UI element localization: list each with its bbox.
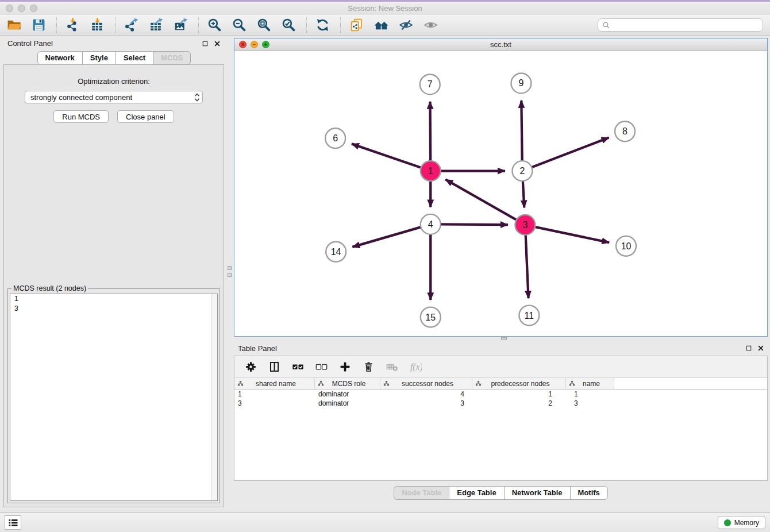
home-button[interactable]	[372, 17, 390, 34]
column-header-predecessor-nodes[interactable]: predecessor nodes	[472, 378, 566, 389]
tab-select[interactable]: Select	[116, 51, 153, 65]
tab-network-table[interactable]: Network Table	[505, 486, 571, 500]
control-panel-header: Control Panel	[0, 36, 228, 51]
table-row[interactable]: 1dominator411	[234, 390, 767, 399]
tab-edge-table[interactable]: Edge Table	[449, 486, 504, 500]
column-header-mcds-role[interactable]: MCDS role	[315, 378, 380, 389]
maximize-network-button[interactable]: +	[262, 41, 270, 48]
zoom-fit-button[interactable]	[255, 17, 273, 34]
run-mcds-button[interactable]: Run MCDS	[53, 110, 109, 123]
tab-style[interactable]: Style	[83, 51, 116, 65]
close-window-button[interactable]	[6, 5, 13, 12]
column-header-successor-nodes[interactable]: successor nodes	[380, 378, 472, 389]
node-8[interactable]: 8	[615, 121, 635, 141]
cell: 3	[566, 399, 614, 407]
selected-criterion: strongly connected component	[30, 93, 132, 102]
edge-1-6[interactable]	[352, 144, 430, 171]
open-session-button[interactable]	[5, 17, 23, 34]
import-network-button[interactable]	[63, 17, 82, 34]
close-network-button[interactable]: ×	[239, 41, 247, 48]
search-icon	[602, 21, 610, 29]
node-9[interactable]: 9	[511, 73, 531, 93]
export-image-button[interactable]	[171, 17, 190, 34]
close-table-panel-icon[interactable]	[757, 345, 764, 352]
optimization-criterion-select[interactable]: strongly connected component	[25, 91, 203, 103]
control-panel: Control Panel NetworkStyleSelectMCDS Opt…	[0, 36, 228, 512]
hide-details-button[interactable]	[396, 17, 415, 34]
table-panel-title: Table Panel	[238, 344, 277, 353]
float-panel-icon[interactable]	[202, 40, 209, 47]
zoom-out-button[interactable]	[230, 17, 248, 34]
close-panel-button[interactable]: Close panel	[117, 110, 174, 123]
export-table-button[interactable]	[147, 17, 165, 34]
create-column-button[interactable]	[338, 360, 352, 374]
tab-node-table[interactable]: Node Table	[394, 486, 449, 500]
split-grip-icon[interactable]	[228, 266, 232, 270]
column-header-name[interactable]: name	[566, 378, 614, 389]
minimize-window-button[interactable]	[18, 5, 25, 12]
tab-motifs[interactable]: Motifs	[571, 486, 608, 500]
node-2[interactable]: 2	[512, 161, 532, 181]
node-1[interactable]: 1	[421, 161, 441, 181]
edge-3-1[interactable]	[445, 179, 525, 225]
equation-builder-button[interactable]: f(x)	[409, 360, 422, 374]
delete-table-button[interactable]	[385, 360, 399, 374]
edge-3-10[interactable]	[525, 225, 609, 242]
minimize-network-button[interactable]: −	[251, 41, 258, 48]
show-details-button[interactable]	[421, 17, 440, 34]
table-row[interactable]: 3dominator323	[234, 399, 767, 408]
list-icon	[7, 517, 19, 529]
zoom-in-icon	[207, 18, 222, 32]
task-history-button[interactable]	[5, 515, 21, 530]
node-4[interactable]: 4	[421, 214, 441, 234]
split-grip-icon[interactable]	[228, 273, 232, 277]
column-header-shared-name[interactable]: shared name	[234, 378, 315, 389]
node-7[interactable]: 7	[420, 74, 440, 94]
attribute-icon	[475, 380, 482, 387]
memory-label: Memory	[734, 519, 759, 527]
float-table-panel-icon[interactable]	[745, 345, 752, 352]
node-3[interactable]: 3	[515, 215, 535, 235]
search-input[interactable]	[613, 21, 759, 29]
mcds-result-text[interactable]: 13	[10, 294, 218, 501]
network-canvas[interactable]: 7968124314101511	[234, 51, 767, 336]
unselect-all-columns-button[interactable]	[314, 360, 328, 374]
table-tabs: Node TableEdge TableNetwork TableMotifs	[234, 486, 768, 500]
node-11[interactable]: 11	[519, 306, 539, 326]
edge-2-8[interactable]	[522, 138, 609, 171]
table-settings-button[interactable]	[244, 360, 257, 374]
delete-columns-button[interactable]	[361, 360, 375, 374]
zoom-in-button[interactable]	[205, 17, 224, 34]
node-10[interactable]: 10	[616, 236, 636, 256]
zoom-selected-button[interactable]	[279, 17, 298, 34]
select-all-columns-button[interactable]	[291, 360, 305, 374]
memory-button[interactable]: Memory	[718, 516, 765, 529]
close-panel-icon[interactable]	[214, 40, 221, 47]
show-columns-button[interactable]	[267, 360, 281, 374]
attribute-icon	[383, 380, 390, 387]
node-label: 14	[331, 247, 341, 257]
export-network-button[interactable]	[122, 17, 140, 34]
node-15[interactable]: 15	[421, 307, 441, 327]
table-settings-icon	[245, 361, 257, 373]
tab-network[interactable]: Network	[37, 51, 83, 65]
edge-3-11[interactable]	[525, 225, 529, 298]
refresh-layout-button[interactable]	[313, 17, 332, 34]
import-table-button[interactable]	[88, 17, 106, 34]
node-14[interactable]: 14	[326, 242, 346, 262]
home-icon	[374, 18, 388, 32]
edge-4-14[interactable]	[352, 224, 430, 247]
attribute-icon	[569, 380, 575, 387]
node-6[interactable]: 6	[325, 128, 345, 148]
clone-network-button[interactable]	[347, 17, 365, 34]
tab-mcds[interactable]: MCDS	[153, 51, 191, 65]
create-column-icon	[339, 361, 351, 373]
split-grip-icon[interactable]	[501, 337, 507, 340]
result-scrollbar[interactable]	[211, 294, 217, 500]
search-box[interactable]	[598, 18, 763, 32]
zoom-window-button[interactable]	[30, 5, 37, 12]
import-table-icon	[90, 18, 105, 32]
save-session-button[interactable]	[29, 17, 48, 34]
attribute-icon	[237, 380, 244, 387]
edge-4-3[interactable]	[430, 224, 508, 225]
